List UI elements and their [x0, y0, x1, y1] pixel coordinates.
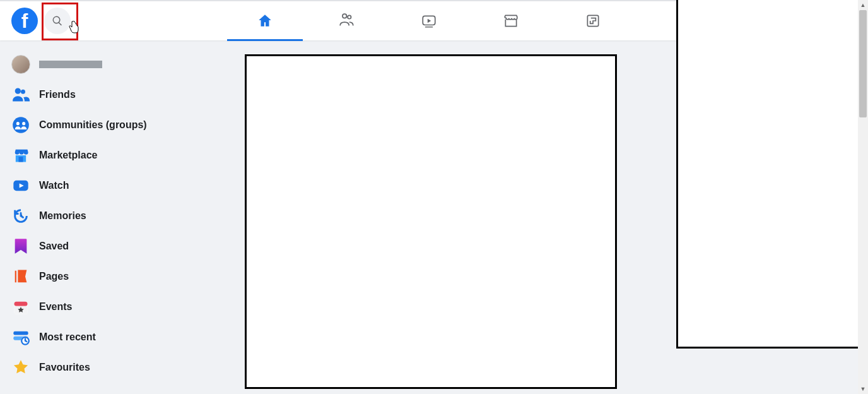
top-nav: [224, 1, 634, 41]
right-panel-placeholder: [676, 0, 860, 349]
sidebar-item-events[interactable]: Events: [5, 292, 220, 322]
left-sidebar: Friends Communities (groups) Marketplace…: [5, 49, 220, 383]
vertical-scrollbar[interactable]: ▲ ▼: [858, 0, 868, 394]
facebook-logo[interactable]: f: [11, 8, 38, 34]
sidebar-item-watch[interactable]: Watch: [5, 170, 220, 201]
sidebar-item-label: Communities (groups): [39, 119, 147, 131]
nav-gaming[interactable]: [552, 1, 634, 41]
nav-watch[interactable]: [388, 1, 470, 41]
marketplace-icon: [11, 146, 30, 165]
svg-point-3: [13, 117, 29, 133]
scroll-thumb[interactable]: [859, 10, 867, 117]
main-feed-placeholder: [245, 54, 617, 389]
recent-icon: [11, 328, 30, 347]
sidebar-item-label: Marketplace: [39, 150, 98, 161]
profile-name-placeholder: [39, 61, 102, 68]
search-button[interactable]: [44, 8, 71, 34]
svg-rect-6: [19, 157, 23, 162]
watch-icon: [11, 176, 30, 195]
home-icon: [257, 13, 273, 29]
sidebar-item-label: Events: [39, 301, 72, 313]
svg-rect-11: [13, 331, 28, 335]
sidebar-item-label: Most recent: [39, 331, 96, 343]
header-left: f: [0, 8, 71, 34]
sidebar-item-label: Watch: [39, 180, 69, 191]
friends-icon: [339, 13, 355, 29]
sidebar-item-label: Memories: [39, 210, 86, 222]
sidebar-item-saved[interactable]: Saved: [5, 231, 220, 261]
sidebar-item-label: Saved: [39, 241, 69, 252]
svg-point-5: [22, 122, 25, 125]
pages-icon: [11, 267, 30, 286]
search-icon: [52, 15, 63, 27]
facebook-logo-letter: f: [21, 9, 28, 33]
sidebar-item-most-recent[interactable]: Most recent: [5, 322, 220, 352]
watch-icon: [421, 13, 437, 29]
sidebar-item-friends[interactable]: Friends: [5, 80, 220, 110]
friends-icon: [11, 85, 30, 104]
saved-icon: [11, 237, 30, 256]
sidebar-item-marketplace[interactable]: Marketplace: [5, 140, 220, 170]
favourites-icon: [11, 358, 30, 377]
svg-rect-9: [15, 302, 28, 306]
sidebar-item-memories[interactable]: Memories: [5, 201, 220, 231]
avatar: [11, 55, 30, 74]
nav-marketplace[interactable]: [470, 1, 552, 41]
memories-icon: [11, 206, 30, 225]
sidebar-item-label: Friends: [39, 89, 76, 100]
sidebar-item-label: Pages: [39, 271, 69, 282]
sidebar-item-pages[interactable]: Pages: [5, 261, 220, 292]
groups-icon: [11, 116, 30, 134]
sidebar-item-label: Favourites: [39, 362, 90, 373]
marketplace-icon: [503, 13, 519, 29]
sidebar-item-profile[interactable]: [5, 49, 220, 80]
pointer-cursor-icon: [69, 21, 79, 33]
scroll-up-arrow-icon[interactable]: ▲: [858, 0, 868, 10]
sidebar-item-favourites[interactable]: Favourites: [5, 352, 220, 383]
scroll-down-arrow-icon[interactable]: ▼: [858, 384, 868, 394]
gaming-icon: [585, 13, 601, 29]
nav-home[interactable]: [224, 1, 306, 41]
events-icon: [11, 297, 30, 316]
nav-friends[interactable]: [306, 1, 388, 41]
sidebar-item-communities[interactable]: Communities (groups): [5, 110, 220, 140]
svg-point-4: [16, 122, 20, 125]
